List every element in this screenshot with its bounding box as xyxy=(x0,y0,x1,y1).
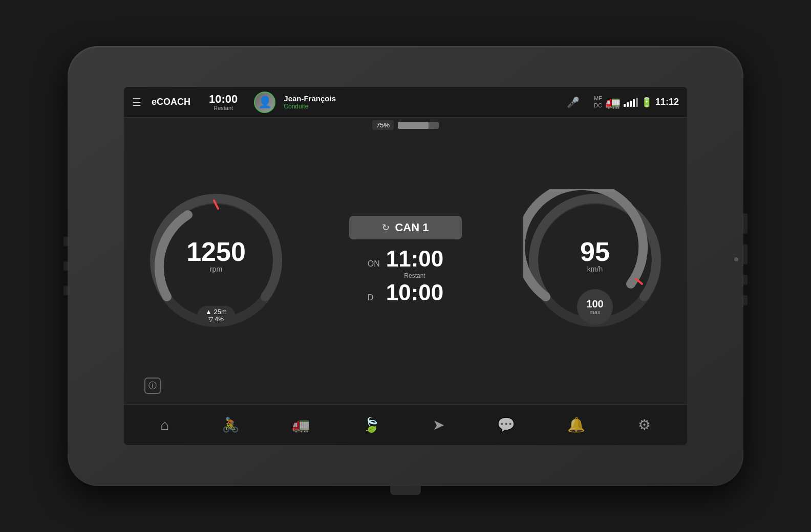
messages-icon: 💬 xyxy=(497,416,515,433)
d-time: 10:00 xyxy=(386,281,444,304)
on-time: 11:00 xyxy=(386,248,444,270)
nav-vehicle[interactable]: 🚛 xyxy=(284,412,318,437)
home-icon: ⌂ xyxy=(160,417,169,433)
nav-navigate[interactable]: ➤ xyxy=(424,412,453,437)
elevation-up: ▲ 25m xyxy=(205,308,227,316)
side-indicator-dot xyxy=(734,257,738,261)
truck-icon: 🚛 xyxy=(605,95,621,109)
speed-value: 95 xyxy=(580,238,610,265)
on-prefix: ON xyxy=(368,259,380,269)
grade-down: ▽ 4% xyxy=(205,316,227,323)
speed-gauge-center: 95 km/h xyxy=(580,238,610,273)
status-area: MF DC 🚛 🔋 11:12 xyxy=(594,95,679,109)
mf-label: MF xyxy=(594,95,602,102)
info-button[interactable]: ⓘ xyxy=(144,378,161,394)
battery-icon: 🔋 xyxy=(641,97,652,108)
bell-icon: 🔔 xyxy=(567,416,585,433)
menu-icon[interactable]: ☰ xyxy=(132,96,141,108)
dc-label: DC xyxy=(594,102,602,109)
rpm-sub-display: ▲ 25m ▽ 4% xyxy=(197,306,235,325)
speed-max-value: 100 xyxy=(586,299,603,309)
app-title: eCOACH xyxy=(152,97,190,107)
on-time-sub: Restant xyxy=(404,272,425,279)
progress-label: 75% xyxy=(372,120,394,130)
speed-max-label: max xyxy=(590,309,601,315)
gear-icon: ⚙ xyxy=(638,416,651,433)
nav-messages[interactable]: 💬 xyxy=(489,412,523,437)
bottom-nav: ⌂ 🚴 🚛 🍃 ➤ 💬 🔔 ⚙ xyxy=(124,404,687,445)
rpm-gauge-center: 1250 rpm xyxy=(186,238,246,273)
activity-icon: 🚴 xyxy=(222,416,240,433)
main-content: 1250 rpm ▲ 25m ▽ 4% ⓘ ↻ CAN 1 ON 11:00 xyxy=(124,118,687,404)
speed-max-display: 100 max xyxy=(577,289,613,325)
header-time-block: 10:00 Restant xyxy=(209,94,238,111)
rpm-value: 1250 xyxy=(186,238,246,265)
nav-settings[interactable]: ⚙ xyxy=(630,412,659,437)
nav-home[interactable]: ⌂ xyxy=(152,413,177,437)
header-bar: ☰ eCOACH 10:00 Restant 👤 Jean-François C… xyxy=(124,87,687,118)
user-status: Conduite xyxy=(284,103,552,110)
eco-icon: 🍃 xyxy=(362,416,380,433)
center-panel: ↻ CAN 1 ON 11:00 Restant D 10:00 xyxy=(349,216,462,306)
device-outer: ☰ eCOACH 10:00 Restant 👤 Jean-François C… xyxy=(68,46,743,486)
can-box[interactable]: ↻ CAN 1 xyxy=(349,216,462,239)
right-side-buttons[interactable] xyxy=(743,213,748,305)
on-timer-row: ON 11:00 xyxy=(368,248,444,270)
header-time-label: Restant xyxy=(209,105,238,111)
nav-activity[interactable]: 🚴 xyxy=(214,412,248,437)
refresh-icon: ↻ xyxy=(382,222,390,233)
user-info: Jean-François Conduite xyxy=(284,94,552,110)
avatar[interactable]: 👤 xyxy=(254,92,275,113)
header-time-remaining: 10:00 xyxy=(209,94,238,105)
screen: ☰ eCOACH 10:00 Restant 👤 Jean-François C… xyxy=(124,87,687,445)
progress-fill xyxy=(398,122,429,129)
left-side-dots xyxy=(63,237,68,295)
system-clock: 11:12 xyxy=(655,97,679,107)
mf-dc-labels: MF DC xyxy=(594,95,602,108)
mic-icon[interactable]: 🎤 xyxy=(567,96,580,108)
nav-alerts[interactable]: 🔔 xyxy=(559,412,593,437)
signal-strength xyxy=(624,98,638,107)
nav-eco[interactable]: 🍃 xyxy=(354,412,389,437)
progress-track xyxy=(398,122,439,129)
navigate-icon: ➤ xyxy=(433,416,444,433)
user-name: Jean-François xyxy=(284,94,552,103)
d-prefix: D xyxy=(368,293,380,302)
speed-gauge: 95 km/h 100 max xyxy=(523,189,667,332)
vehicle-icon: 🚛 xyxy=(292,416,310,433)
bottom-port xyxy=(390,486,421,495)
d-timer-row: D 10:00 xyxy=(368,281,444,304)
progress-bar-area: 75% xyxy=(372,120,439,130)
can-label: CAN 1 xyxy=(395,221,429,234)
rpm-gauge: 1250 rpm ▲ 25m ▽ 4% xyxy=(144,189,288,332)
